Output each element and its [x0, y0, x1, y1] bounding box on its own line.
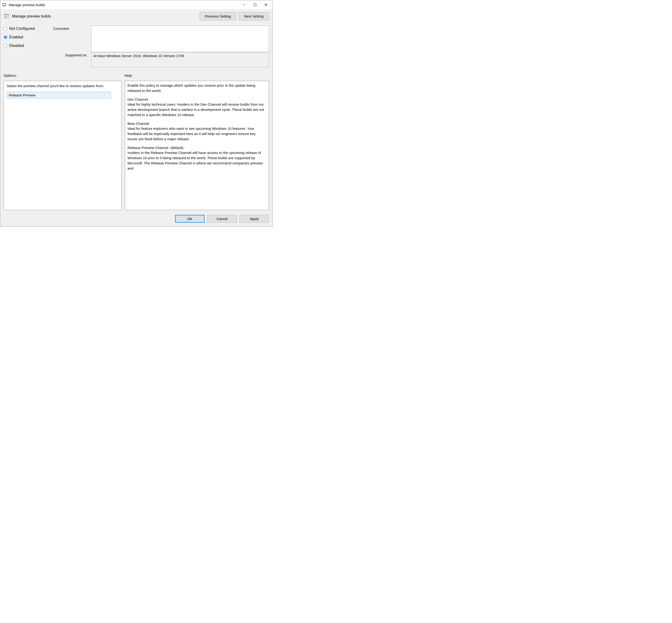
- options-label: Options:: [4, 73, 124, 78]
- radio-enabled-label: Enabled: [9, 35, 23, 39]
- radio-not-configured[interactable]: Not Configured: [4, 27, 51, 31]
- svg-rect-2: [4, 6, 5, 6]
- maximize-button[interactable]: [250, 1, 260, 8]
- app-icon: [2, 2, 7, 7]
- svg-rect-10: [5, 17, 7, 17]
- svg-rect-9: [5, 16, 7, 16]
- radio-enabled[interactable]: Enabled: [4, 35, 51, 39]
- channel-dropdown[interactable]: Release Preview ⌄: [7, 92, 111, 98]
- policy-title: Manage preview builds: [12, 14, 197, 19]
- supported-on-value: At least Windows Server 2016, Windows 10…: [91, 52, 269, 67]
- comment-label: Comment:: [53, 26, 89, 31]
- form-area: Not Configured Enabled Disabled Comment:…: [0, 24, 272, 68]
- help-label: Help:: [124, 73, 133, 78]
- comment-input[interactable]: [91, 26, 269, 52]
- policy-icon: [4, 13, 10, 20]
- svg-rect-8: [4, 14, 9, 15]
- window-title: Manage preview builds: [9, 3, 239, 7]
- supported-on-label: Supported on:: [53, 52, 89, 57]
- help-paragraph: Release Preview Channel (default) Inside…: [127, 145, 266, 171]
- help-paragraph: Enable this policy to manage which updat…: [127, 83, 266, 93]
- section-labels: Options: Help:: [0, 68, 272, 79]
- footer: OK Cancel Apply: [0, 211, 272, 227]
- radio-disabled[interactable]: Disabled: [4, 43, 51, 48]
- close-button[interactable]: [260, 1, 271, 8]
- options-prompt: Select the preview channel you'd like to…: [7, 83, 118, 89]
- dialog-window: Manage preview builds Manage preview bui…: [0, 0, 272, 227]
- apply-button[interactable]: Apply: [239, 215, 269, 223]
- minimize-button[interactable]: [239, 1, 250, 8]
- radio-not-configured-input[interactable]: [4, 27, 7, 31]
- svg-rect-1: [3, 4, 5, 5]
- radio-disabled-label: Disabled: [9, 43, 24, 48]
- previous-setting-button[interactable]: Previous Setting: [200, 12, 236, 20]
- radio-enabled-input[interactable]: [4, 35, 7, 39]
- header-row: Manage preview builds Previous Setting N…: [0, 9, 272, 24]
- options-pane: Select the preview channel you'd like to…: [4, 81, 122, 210]
- state-radio-group: Not Configured Enabled Disabled: [4, 26, 51, 48]
- next-setting-button[interactable]: Next Setting: [239, 12, 269, 20]
- panes: Select the preview channel you'd like to…: [0, 79, 272, 211]
- radio-disabled-input[interactable]: [4, 44, 7, 48]
- channel-selected: Release Preview: [9, 93, 35, 97]
- window-controls: [239, 1, 271, 8]
- cancel-button[interactable]: Cancel: [207, 215, 237, 223]
- titlebar: Manage preview builds: [0, 0, 272, 9]
- help-pane[interactable]: Enable this policy to manage which updat…: [125, 81, 269, 210]
- chevron-down-icon: ⌄: [103, 94, 105, 96]
- help-paragraph: Beta Channel Ideal for feature explorers…: [127, 121, 266, 142]
- radio-not-configured-label: Not Configured: [9, 27, 35, 31]
- ok-button[interactable]: OK: [175, 215, 204, 223]
- svg-rect-4: [254, 4, 256, 6]
- help-paragraph: Dev Channel Ideal for highly technical u…: [127, 97, 266, 118]
